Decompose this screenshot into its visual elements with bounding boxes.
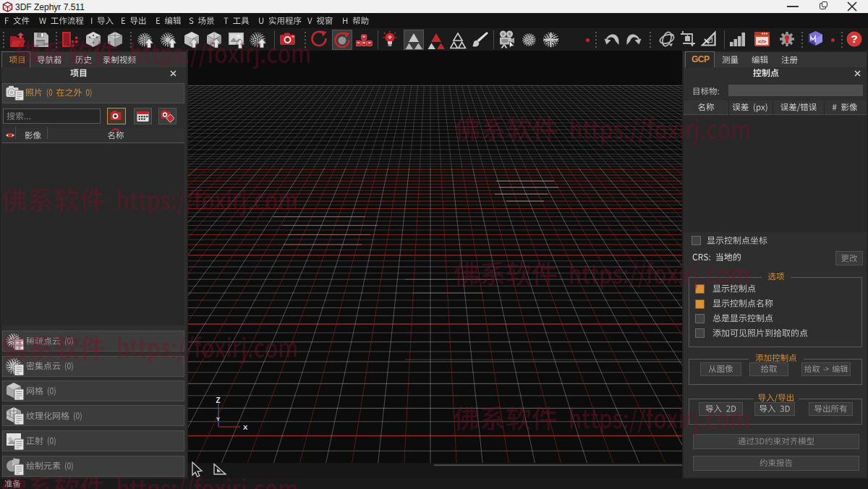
svg-text:?: ? bbox=[851, 33, 857, 45]
svg-text:</>: </> bbox=[758, 38, 767, 45]
svg-text:X: X bbox=[243, 423, 248, 431]
svg-text:Z: Z bbox=[216, 396, 221, 404]
svg-text:Y: Y bbox=[216, 416, 220, 422]
